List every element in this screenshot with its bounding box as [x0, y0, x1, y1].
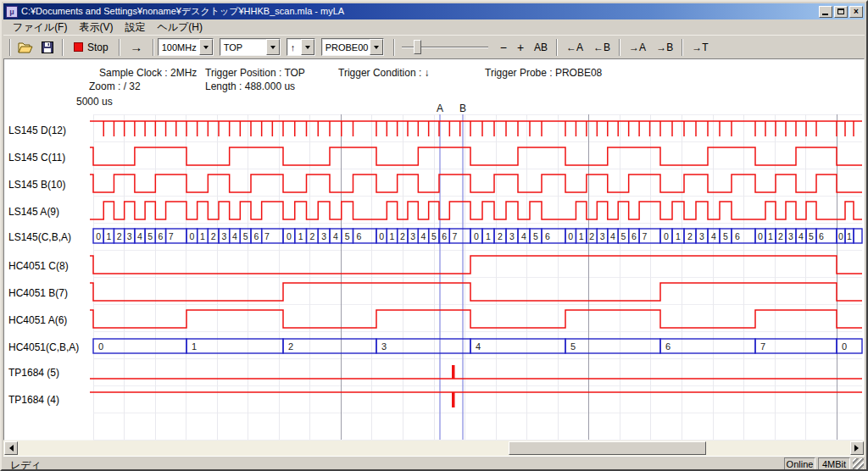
menu-help[interactable]: ヘルプ(H)	[151, 19, 209, 36]
trigger-position-value: TOP	[220, 39, 266, 55]
title-bar[interactable]: μ C:¥Documents and Settings¥noname¥デスクトッ…	[3, 3, 865, 19]
toolbar-separator	[153, 39, 154, 56]
menu-file[interactable]: ファイル(F)	[7, 19, 73, 36]
trigger-position-combo[interactable]: TOP	[220, 38, 281, 56]
open-file-button[interactable]	[14, 38, 36, 57]
memory-status-badge: 4MBit	[818, 457, 850, 470]
trigger-probe-value: PROBE00	[322, 39, 370, 55]
resize-grip[interactable]	[853, 458, 864, 469]
minimize-button[interactable]	[819, 6, 832, 18]
zoom-slider-handle[interactable]	[414, 40, 421, 54]
floppy-disk-icon	[42, 42, 53, 53]
zoom-slider[interactable]	[402, 39, 488, 56]
sample-clock-combo[interactable]: 100MHz	[158, 38, 214, 56]
open-folder-icon	[18, 42, 33, 53]
chevron-down-icon[interactable]	[199, 39, 213, 55]
maximize-icon	[837, 8, 844, 14]
minimize-icon	[822, 14, 828, 15]
chevron-down-icon[interactable]	[370, 39, 383, 55]
zoom-in-button[interactable]: +	[512, 39, 529, 56]
sample-clock-value: 100MHz	[159, 39, 199, 55]
menu-bar: ファイル(F) 表示(V) 設定 ヘルプ(H)	[3, 19, 865, 35]
goto-trigger-button[interactable]: →T	[687, 40, 713, 55]
window-title: C:¥Documents and Settings¥noname¥デスクトップ¥…	[21, 5, 817, 18]
ab-button[interactable]: AB	[529, 40, 553, 55]
stop-button[interactable]: Stop	[67, 38, 115, 57]
app-icon: μ	[6, 6, 18, 18]
arrow-left-icon	[6, 445, 14, 452]
trigger-probe-combo[interactable]: PROBE00	[321, 38, 384, 56]
toolbar-separator	[619, 39, 620, 56]
zoom-out-button[interactable]: −	[495, 39, 512, 56]
goto-b-right-button[interactable]: →B	[651, 40, 678, 55]
chevron-down-icon[interactable]	[301, 39, 314, 55]
goto-a-right-button[interactable]: →A	[624, 40, 651, 55]
menu-settings[interactable]: 設定	[119, 19, 151, 36]
trigger-edge-value: ↑	[287, 39, 301, 55]
toolbar-separator	[9, 39, 11, 56]
toolbar-separator	[62, 39, 64, 56]
toolbar-separator	[682, 39, 683, 56]
stop-icon	[74, 42, 83, 52]
chevron-down-icon[interactable]	[266, 39, 280, 55]
toolbar-separator	[556, 39, 558, 56]
stop-label: Stop	[87, 42, 108, 53]
waveform-panel[interactable]	[3, 58, 865, 441]
run-button[interactable]: →	[124, 38, 149, 57]
online-status-badge: Online	[784, 457, 815, 470]
toolbar: Stop → 100MHz TOP ↑ PROBE00 − + AB ←A ←B…	[3, 35, 865, 58]
toolbar-separator	[393, 39, 395, 56]
trigger-edge-combo[interactable]: ↑	[287, 38, 315, 56]
scroll-left-button[interactable]	[4, 441, 18, 455]
goto-b-left-button[interactable]: ←B	[588, 40, 615, 55]
scroll-right-button[interactable]	[850, 441, 864, 455]
menu-view[interactable]: 表示(V)	[73, 19, 119, 36]
app-window: { "window": { "title": "C:¥Documents and…	[0, 0, 868, 471]
arrow-right-icon	[854, 445, 862, 452]
status-bar: レディ Online 4MBit	[3, 456, 865, 470]
toolbar-separator	[119, 39, 120, 56]
goto-a-left-button[interactable]: ←A	[561, 40, 588, 55]
scrollbar-thumb[interactable]	[509, 441, 706, 455]
horizontal-scrollbar[interactable]	[3, 441, 865, 456]
status-ready-text: レディ	[10, 458, 42, 471]
save-file-button[interactable]	[36, 38, 58, 57]
maximize-button[interactable]	[834, 6, 848, 18]
close-button[interactable]: ×	[849, 6, 863, 18]
